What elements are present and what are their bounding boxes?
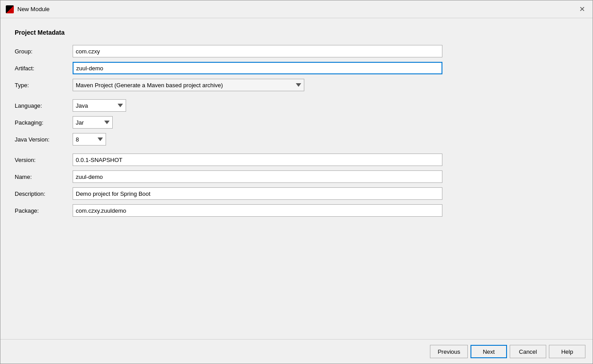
name-row: Name: <box>15 170 578 183</box>
group-row: Group: <box>15 45 578 57</box>
title-bar: New Module ✕ <box>0 0 593 18</box>
dialog-content: Project Metadata Group: Artifact: Type: … <box>0 18 593 339</box>
packaging-label: Packaging: <box>15 119 73 126</box>
language-row: Language: Java Kotlin Groovy <box>15 99 578 112</box>
description-label: Description: <box>15 190 73 197</box>
version-row: Version: <box>15 154 578 166</box>
package-label: Package: <box>15 207 73 214</box>
java-version-label: Java Version: <box>15 136 73 143</box>
artifact-label: Artifact: <box>15 65 73 72</box>
next-button[interactable]: Next <box>470 345 507 358</box>
group-input[interactable] <box>73 45 442 57</box>
java-version-row: Java Version: 8 11 17 <box>15 133 578 146</box>
type-select-wrapper: Maven Project (Generate a Maven based pr… <box>73 79 442 91</box>
package-row: Package: <box>15 204 578 217</box>
app-icon <box>6 5 14 13</box>
description-input[interactable] <box>73 187 442 200</box>
package-input[interactable] <box>73 204 442 217</box>
name-input[interactable] <box>73 170 442 183</box>
name-label: Name: <box>15 174 73 180</box>
type-row: Type: Maven Project (Generate a Maven ba… <box>15 79 578 91</box>
type-select[interactable]: Maven Project (Generate a Maven based pr… <box>73 79 304 91</box>
artifact-row: Artifact: <box>15 62 578 74</box>
dialog-window: New Module ✕ Project Metadata Group: Art… <box>0 0 593 364</box>
version-input[interactable] <box>73 154 442 166</box>
packaging-row: Packaging: Jar War <box>15 116 578 129</box>
cancel-button[interactable]: Cancel <box>510 345 546 358</box>
close-button[interactable]: ✕ <box>577 4 587 15</box>
window-title: New Module <box>17 6 49 12</box>
version-label: Version: <box>15 157 73 163</box>
description-row: Description: <box>15 187 578 200</box>
java-version-select[interactable]: 8 11 17 <box>73 133 106 146</box>
type-label: Type: <box>15 82 73 89</box>
section-title: Project Metadata <box>15 29 578 36</box>
language-select[interactable]: Java Kotlin Groovy <box>73 99 126 112</box>
packaging-select[interactable]: Jar War <box>73 116 113 129</box>
previous-button[interactable]: Previous <box>430 345 468 358</box>
artifact-input[interactable] <box>73 62 442 74</box>
title-bar-left: New Module <box>6 5 49 13</box>
dialog-footer: Previous Next Cancel Help <box>0 339 593 364</box>
help-button[interactable]: Help <box>549 345 585 358</box>
group-label: Group: <box>15 48 73 55</box>
language-label: Language: <box>15 102 73 109</box>
